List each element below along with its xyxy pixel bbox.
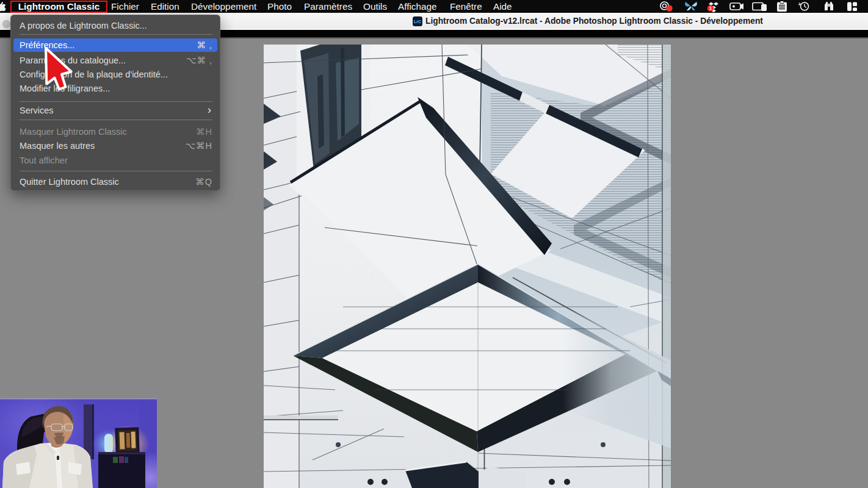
svg-text:1: 1	[709, 5, 712, 11]
